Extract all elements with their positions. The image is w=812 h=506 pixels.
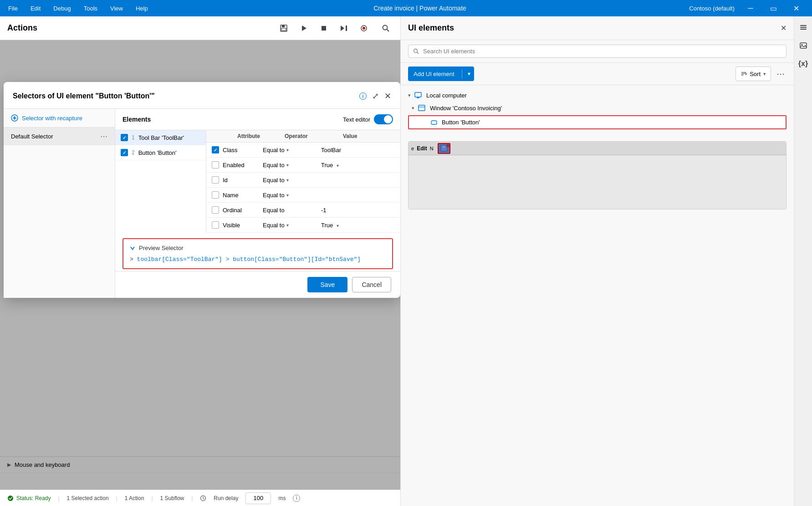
element-item-2[interactable]: ✓ 2 Button 'Button'	[115, 145, 206, 160]
ui-elements-search-input[interactable]	[423, 48, 781, 55]
svg-rect-30	[442, 146, 445, 148]
restore-button[interactable]: ▭	[763, 0, 784, 16]
screenshot-preview-section: e Edit N ✕	[408, 141, 786, 210]
svg-rect-26	[419, 105, 425, 111]
search-input-container	[408, 45, 786, 58]
attr-row-id: Id Equal to ▾	[206, 173, 400, 188]
cancel-button[interactable]: Cancel	[352, 277, 391, 292]
svg-rect-28	[431, 121, 437, 124]
monitor-icon	[414, 92, 422, 99]
search-actions-button[interactable]	[378, 21, 393, 36]
ui-elements-panel: UI elements ✕ Add UI element ▾	[401, 16, 794, 506]
modal-body: Selector with recapture Default Selector…	[4, 109, 400, 298]
preview-selector-text: toolbar[Class="ToolBar"] > button[Class=…	[137, 256, 361, 263]
search-icon	[413, 48, 419, 55]
attr-name-enabled: Enabled	[223, 162, 259, 169]
attr-value-enabled: True ▾	[321, 162, 339, 169]
red-x-icon: ✕	[446, 143, 450, 148]
attr-checkbox-id[interactable]	[212, 176, 219, 184]
ui-elements-search-section	[401, 40, 794, 63]
image-icon-button[interactable]	[796, 38, 811, 53]
tree-item-button[interactable]: Button 'Button'	[408, 115, 786, 129]
attr-row-visible: Visible Equal to ▾ True ▾	[206, 218, 400, 233]
attr-operator-class[interactable]: Equal to ▾	[263, 147, 317, 153]
attr-value-ordinal: -1	[321, 207, 327, 214]
selected-action-text: 1 Selected action	[67, 495, 109, 501]
svg-point-14	[8, 496, 13, 501]
selector-more-button[interactable]: ⋯	[100, 132, 107, 141]
ui-elements-tree: ▾ Local computer ▾ Window 'Contoso Invoi…	[401, 85, 794, 134]
braces-icon-button[interactable]: {x}	[796, 56, 811, 71]
attr-name-visible: Visible	[223, 222, 259, 229]
sort-button[interactable]: Sort ▾	[735, 66, 771, 81]
local-computer-label: Local computer	[426, 92, 467, 99]
menu-debug[interactable]: Debug	[51, 3, 73, 14]
attr-operator-visible[interactable]: Equal to ▾	[263, 222, 317, 229]
modal-close-button[interactable]: ✕	[384, 91, 391, 101]
layers-icon-button[interactable]	[796, 20, 811, 35]
sort-label: Sort	[750, 71, 761, 77]
attr-operator-id[interactable]: Equal to ▾	[263, 177, 317, 184]
tree-item-local-computer[interactable]: ▾ Local computer	[401, 89, 794, 102]
save-button[interactable]: Save	[307, 277, 347, 292]
menu-tools[interactable]: Tools	[81, 3, 100, 14]
element-item-1[interactable]: ✓ 1 Tool Bar 'ToolBar'	[115, 130, 206, 145]
save-icon	[280, 24, 288, 32]
step-toolbar-button[interactable]	[337, 21, 351, 36]
actions-panel: Actions	[0, 16, 401, 506]
more-options-button[interactable]: ⋯	[775, 67, 786, 81]
close-ui-panel-button[interactable]: ✕	[781, 24, 786, 32]
stop-icon	[320, 25, 327, 32]
text-editor-toggle[interactable]	[374, 114, 393, 124]
menu-edit[interactable]: Edit	[28, 3, 43, 14]
attr-col-value: Value	[343, 133, 357, 139]
attr-checkbox-visible[interactable]	[212, 221, 219, 229]
attr-checkbox-enabled[interactable]	[212, 161, 219, 169]
add-button-separator	[462, 69, 462, 78]
menu-view[interactable]: View	[107, 3, 126, 14]
add-ui-element-dropdown-button[interactable]: ▾	[464, 66, 474, 81]
svg-point-18	[414, 49, 418, 52]
attributes-table: Attribute Operator Value ✓	[206, 130, 400, 233]
add-icon	[11, 114, 18, 122]
menu-help[interactable]: Help	[133, 3, 151, 14]
attr-checkbox-ordinal[interactable]	[212, 206, 219, 214]
modal-footer: Save Cancel	[115, 271, 400, 298]
play-toolbar-button[interactable]	[296, 21, 311, 36]
menu-file[interactable]: File	[5, 3, 20, 14]
svg-marker-5	[341, 26, 344, 31]
modal-expand-button[interactable]: ⤢	[370, 89, 381, 103]
default-selector-item[interactable]: Default Selector ⋯	[4, 128, 115, 145]
close-button[interactable]: ✕	[786, 0, 807, 16]
add-selector-button[interactable]: Selector with recapture	[11, 114, 107, 122]
attr-checkbox-class[interactable]: ✓	[212, 146, 219, 153]
status-text: Status: Ready	[16, 495, 51, 501]
attr-operator-enabled[interactable]: Equal to ▾	[263, 162, 317, 169]
preview-selector-box: Preview Selector > toolbar[Class="ToolBa…	[123, 238, 393, 269]
attr-operator-name[interactable]: Equal to ▾	[263, 192, 317, 199]
record-toolbar-button[interactable]	[357, 21, 371, 36]
element-checkbox-2[interactable]: ✓	[121, 149, 128, 156]
tree-item-window[interactable]: ▾ Window 'Contoso Invoicing'	[401, 102, 794, 114]
text-editor-label: Text editor	[343, 116, 370, 123]
element-checkbox-1[interactable]: ✓	[121, 134, 128, 141]
svg-rect-23	[415, 92, 421, 97]
modal-info-icon[interactable]: i	[359, 92, 367, 100]
attr-operator-ordinal: Equal to	[263, 207, 317, 214]
run-delay-input[interactable]	[245, 492, 271, 504]
minimize-button[interactable]: ─	[740, 0, 761, 16]
attr-checkbox-name[interactable]	[212, 191, 219, 199]
save-toolbar-button[interactable]	[276, 21, 291, 36]
invoice-content	[409, 155, 786, 209]
delay-info-icon[interactable]: i	[293, 495, 300, 502]
invoice-toolbar: e Edit N ✕	[409, 142, 786, 155]
element-num-2: 2	[132, 149, 135, 156]
account-label: Contoso (default)	[689, 5, 735, 12]
title-bar-right: Contoso (default) ─ ▭ ✕	[689, 0, 807, 16]
svg-rect-33	[800, 27, 807, 28]
stop-toolbar-button[interactable]	[317, 21, 331, 36]
main-layout: Actions	[0, 16, 812, 506]
add-ui-element-button[interactable]: Add UI element	[408, 66, 460, 81]
modal-title: Selectors of UI element "Button 'Button'…	[13, 92, 355, 100]
selected-item-wrapper: Button 'Button'	[401, 114, 794, 130]
